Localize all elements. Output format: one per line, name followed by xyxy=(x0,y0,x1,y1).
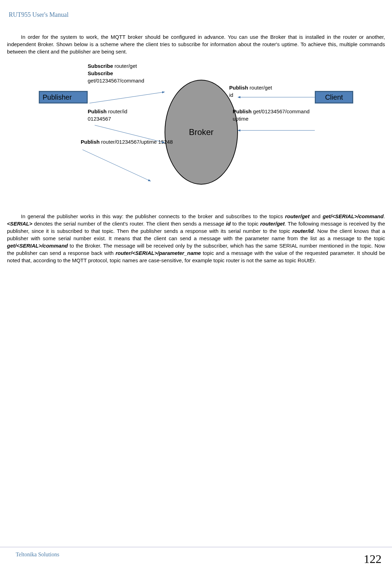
publisher-box: Publisher xyxy=(39,91,88,104)
header-title: RUT955 User's Manual xyxy=(9,11,68,18)
paragraph-2: In general the publisher works in this w… xyxy=(7,213,385,264)
page-header: RUT955 User's Manual xyxy=(0,0,392,19)
mqtt-diagram: Subscribe router/get Subscribe get/01234… xyxy=(39,62,353,199)
svg-line-1 xyxy=(89,92,165,103)
page-footer: Teltonika Solutions 122 xyxy=(0,547,392,568)
subscribe-label-publisher: Subscribe router/get Subscribe get/01234… xyxy=(88,62,144,84)
footer-page-number: 122 xyxy=(364,551,382,568)
publish-router-get-label: Publish router/get id xyxy=(229,84,272,99)
svg-line-3 xyxy=(82,150,151,181)
footer-company: Teltonika Solutions xyxy=(16,551,59,558)
paragraph-1: In order for the system to work, the MQT… xyxy=(7,33,385,55)
client-box: Client xyxy=(315,91,353,104)
publish-router-id-label: Publish router/id 01234567 xyxy=(88,108,127,122)
publish-get-command-label: Publish get/01234567/command uptime xyxy=(233,108,310,122)
publish-router-uptime-label: Publish router/01234567/uptime 15248 xyxy=(81,138,173,145)
broker-ellipse: Broker xyxy=(165,80,238,185)
main-content: In order for the system to work, the MQT… xyxy=(0,19,392,264)
